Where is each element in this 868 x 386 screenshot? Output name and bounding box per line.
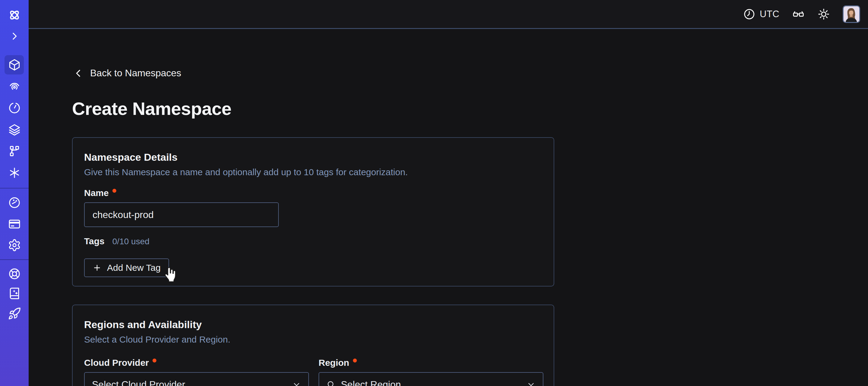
namespace-name-input[interactable] xyxy=(84,202,279,227)
required-dot xyxy=(113,189,116,193)
back-to-namespaces-link[interactable]: Back to Namespaces xyxy=(73,67,181,79)
sidebar-item-getting-started[interactable] xyxy=(0,307,29,320)
tags-counter: 0/10 used xyxy=(113,237,150,246)
topbar: UTC xyxy=(29,0,868,29)
cloud-provider-placeholder: Select Cloud Provider xyxy=(92,379,287,386)
sidebar-divider xyxy=(0,259,29,260)
regions-title: Regions and Availability xyxy=(84,319,542,330)
name-label-text: Name xyxy=(84,188,109,198)
gauge-icon xyxy=(8,196,21,209)
tags-label-row: Tags 0/10 used xyxy=(84,236,542,246)
theme-toggle-button[interactable] xyxy=(817,8,830,21)
temporal-logo-icon xyxy=(0,8,29,22)
namespace-details-card: Namespace Details Give this Namespace a … xyxy=(72,137,554,287)
provider-region-grid: Cloud Provider Region Select Cloud Provi… xyxy=(84,358,542,386)
sidebar-item-billing[interactable] xyxy=(0,217,29,231)
asterisk-icon xyxy=(8,166,21,179)
sidebar-item-namespaces[interactable] xyxy=(0,58,29,71)
sidebar-item-layers[interactable] xyxy=(0,123,29,136)
cloud-provider-label: Cloud Provider xyxy=(84,358,309,368)
timezone-label: UTC xyxy=(760,9,779,20)
regions-subtitle: Select a Cloud Provider and Region. xyxy=(84,334,542,345)
sidebar-item-branch[interactable] xyxy=(0,144,29,158)
timezone-selector[interactable]: UTC xyxy=(743,8,779,21)
namespaces-cube-icon xyxy=(8,58,21,71)
tags-label: Tags xyxy=(84,236,104,246)
region-label-text: Region xyxy=(318,358,349,368)
support-lifebuoy-icon xyxy=(8,267,21,280)
user-menu-button[interactable] xyxy=(843,5,860,23)
sidebar-item-asterisk[interactable] xyxy=(0,166,29,179)
name-field-label: Name xyxy=(84,188,542,198)
add-new-tag-button[interactable]: Add New Tag xyxy=(84,259,169,277)
glasses-icon xyxy=(792,8,805,21)
layers-icon xyxy=(8,123,21,136)
region-placeholder: Select Region xyxy=(341,379,521,386)
back-link-label: Back to Namespaces xyxy=(90,67,181,79)
monitor-rings-icon xyxy=(8,80,21,93)
sidebar-item-docs[interactable] xyxy=(0,287,29,300)
cloud-provider-label-text: Cloud Provider xyxy=(84,358,149,368)
sidebar-expand-button[interactable] xyxy=(0,31,29,41)
docs-book-icon xyxy=(8,287,21,300)
region-label: Region xyxy=(318,358,544,368)
namespace-details-subtitle: Give this Namespace a name and optionall… xyxy=(84,167,542,178)
sidebar-item-usage[interactable] xyxy=(0,196,29,209)
required-dot xyxy=(153,359,156,362)
rocket-icon xyxy=(8,307,21,320)
required-dot xyxy=(353,359,357,362)
user-avatar xyxy=(844,6,859,22)
plus-icon xyxy=(93,263,101,272)
page-title: Create Namespace xyxy=(72,98,231,119)
branch-icon xyxy=(8,144,21,158)
cloud-provider-select[interactable]: Select Cloud Provider xyxy=(84,372,309,386)
sidebar-item-support[interactable] xyxy=(0,267,29,280)
sidebar-divider xyxy=(0,188,29,188)
settings-gear-icon xyxy=(8,239,21,252)
chevron-left-icon xyxy=(73,68,84,79)
search-icon xyxy=(327,380,336,386)
region-select[interactable]: Select Region xyxy=(318,372,544,386)
sidebar-item-settings[interactable] xyxy=(0,239,29,252)
sidebar xyxy=(0,0,29,386)
sun-icon xyxy=(817,8,830,21)
sidebar-item-monitor[interactable] xyxy=(0,80,29,93)
labs-mode-button[interactable] xyxy=(792,8,805,21)
billing-card-icon xyxy=(8,217,21,231)
namespace-details-title: Namespace Details xyxy=(84,151,542,163)
chevron-down-icon xyxy=(527,380,535,386)
clock-icon xyxy=(743,8,755,21)
chevron-right-icon xyxy=(9,31,20,41)
timer-icon xyxy=(8,101,21,115)
regions-card: Regions and Availability Select a Cloud … xyxy=(72,304,554,386)
sidebar-item-timer[interactable] xyxy=(0,101,29,115)
add-new-tag-label: Add New Tag xyxy=(107,263,161,273)
chevron-down-icon xyxy=(292,380,301,386)
